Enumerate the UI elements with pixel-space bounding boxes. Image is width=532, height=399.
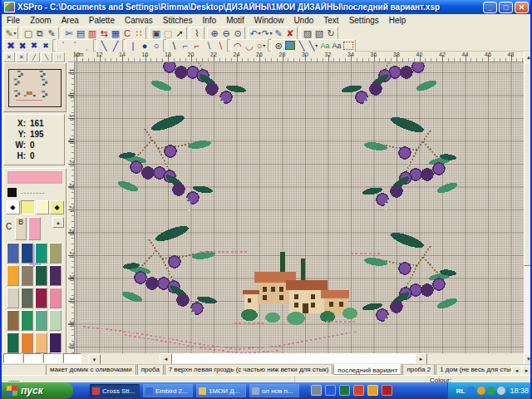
zoom-out-button[interactable]: ⊖ — [220, 27, 232, 38]
motif-box-1[interactable] — [3, 353, 22, 363]
menu-item-palette[interactable]: Palette — [84, 16, 120, 25]
menu-item-file[interactable]: File — [2, 16, 25, 25]
palette-swatch[interactable] — [7, 288, 19, 308]
palette-swatch[interactable] — [21, 310, 33, 331]
picture-button[interactable] — [284, 40, 296, 51]
grid-edit-button[interactable]: ▦ — [110, 27, 121, 38]
delete-button[interactable]: ✘ — [284, 27, 296, 38]
marker-button[interactable]: ✎ — [273, 27, 284, 38]
design-canvas[interactable] — [75, 62, 524, 353]
text-dark-button[interactable]: Aa — [331, 40, 342, 51]
mini-stitch-3-button[interactable]: ╱ — [28, 52, 40, 62]
thread-color-swatch[interactable] — [7, 188, 17, 197]
tray-icon-gray[interactable] — [497, 387, 505, 395]
select-rect-button[interactable]: ▢ — [22, 27, 34, 38]
palette-swatch[interactable] — [28, 217, 41, 240]
palette-swatch[interactable] — [35, 288, 47, 308]
palette-swatch[interactable] — [49, 310, 62, 331]
stitch-style-button-1[interactable]: ◆ — [6, 200, 20, 214]
backstitch-5-button[interactable]: ∖ — [214, 40, 226, 51]
menu-item-area[interactable]: Area — [57, 16, 84, 25]
c-label[interactable]: C — [6, 217, 13, 231]
knot-tool-button[interactable]: ⊚ — [273, 40, 284, 51]
quick-launch-excel-icon[interactable] — [339, 385, 350, 396]
menu-item-window[interactable]: Window — [249, 16, 289, 25]
motif-box-2[interactable] — [23, 353, 42, 363]
flip-button[interactable]: ↻ — [325, 27, 337, 38]
mini-stitch-1-button[interactable]: ✕ — [3, 52, 15, 62]
half-stitch-button[interactable]: ✖ — [28, 40, 40, 51]
horizontal-scroll-track[interactable] — [172, 353, 415, 363]
zoom-in-button[interactable]: ⊕ — [209, 27, 220, 38]
palette-swatch[interactable] — [21, 265, 33, 286]
backstitch-2-button[interactable]: ⌐ — [180, 40, 191, 51]
tray-icon-blue[interactable] — [467, 387, 475, 395]
menu-item-info[interactable]: Info — [197, 16, 221, 25]
palette-swatch[interactable] — [35, 310, 47, 331]
stitch-style-button-4[interactable]: ◆ — [50, 200, 64, 214]
arc-tool-button[interactable]: ◡ — [244, 40, 255, 51]
tray-icon-orange[interactable] — [477, 387, 485, 395]
menu-item-text[interactable]: Text — [318, 16, 343, 25]
taskbar-task-3[interactable]: 1МОИ Д... — [196, 384, 246, 397]
pattern-preview[interactable] — [3, 62, 66, 112]
palette-swatch[interactable] — [7, 332, 19, 353]
palette-swatch[interactable] — [35, 332, 47, 353]
bead-outline-button[interactable]: ○ — [150, 40, 162, 51]
three-quarter-stitch-button[interactable]: ✖ — [17, 40, 28, 51]
rotate-button[interactable]: C — [121, 27, 133, 38]
select-area-button[interactable] — [342, 40, 354, 51]
petite-stitch-1-button[interactable]: ˋ — [57, 40, 69, 51]
half-fwd-stitch-button[interactable]: ╱ — [110, 40, 121, 51]
taskbar-task-4[interactable]: ол нов п... — [249, 384, 299, 397]
quick-launch-app-4-icon[interactable] — [382, 385, 392, 396]
menu-item-undo[interactable]: Undo — [288, 16, 318, 25]
palette-swatch[interactable] — [7, 243, 19, 264]
menu-item-stitches[interactable]: Stitches — [158, 16, 198, 25]
scroll-up-button[interactable]: ▲ — [524, 52, 532, 63]
vertical-stitch-button[interactable]: | — [127, 40, 139, 51]
backstitch-1-button[interactable]: ∖ — [168, 40, 180, 51]
quarter-stitch-button[interactable]: ✖ — [40, 40, 52, 51]
current-color-bar[interactable] — [7, 171, 62, 184]
maximize-button[interactable]: □ — [499, 2, 513, 13]
quick-launch-word-icon[interactable] — [325, 385, 336, 396]
mini-stitch-2-button[interactable]: ✕ — [16, 52, 27, 62]
taskbar-task-2[interactable]: Embird 2... — [143, 384, 193, 397]
scroll-right-button[interactable]: ► — [415, 353, 427, 365]
quick-launch-app-3-icon[interactable] — [367, 385, 378, 396]
thread-button[interactable]: ⌇ — [191, 27, 203, 38]
vertical-scrollbar[interactable]: ▲ — [524, 52, 532, 353]
palette-swatch[interactable] — [35, 243, 47, 264]
backstitch-4-button[interactable]: ∖ — [203, 40, 214, 51]
paste-motif-button[interactable]: ▥ — [86, 27, 98, 38]
palette-swatch[interactable] — [49, 288, 62, 308]
zoom-reset-button[interactable]: ⊙ — [232, 27, 244, 38]
mini-stitch-5-button[interactable]: ∷ — [53, 52, 65, 62]
ellipse-tool-button[interactable]: ○▾ — [255, 40, 267, 51]
palette-swatch[interactable] — [21, 288, 33, 308]
monitor-button[interactable]: ▣ — [150, 27, 162, 38]
menu-item-motif[interactable]: Motif — [221, 16, 249, 25]
text-green-button[interactable]: Aa — [319, 40, 331, 51]
quick-launch-app-2-icon[interactable] — [353, 385, 364, 396]
edit-pencil-button[interactable]: ✎ — [46, 27, 57, 38]
tray-icon-green[interactable] — [487, 387, 495, 395]
stitch-style-button-2[interactable] — [21, 200, 35, 214]
paste-special-button[interactable]: ▨ — [302, 27, 313, 38]
palette-swatch[interactable] — [49, 332, 62, 353]
palette-swatch[interactable] — [7, 265, 19, 286]
mirror-button[interactable]: ⇆ — [98, 27, 110, 38]
pointer-ne-button[interactable]: ➚ — [174, 27, 185, 38]
pencil-tool-button[interactable]: ✎▾ — [5, 27, 17, 38]
quick-launch-app-1-icon[interactable] — [311, 385, 322, 396]
motif-box-4[interactable] — [63, 353, 81, 363]
minimize-button[interactable]: _ — [483, 2, 497, 13]
bead-filled-button[interactable]: ● — [139, 40, 150, 51]
petite-stitch-2-button[interactable]: ˊ — [69, 40, 81, 51]
palette-swatch[interactable] — [21, 332, 33, 353]
menu-item-zoom[interactable]: Zoom — [25, 16, 57, 25]
start-button[interactable]: пуск — [2, 382, 73, 399]
taskbar-clock[interactable]: 18:38 — [510, 387, 529, 395]
stitch-style-button-3[interactable] — [36, 200, 50, 214]
